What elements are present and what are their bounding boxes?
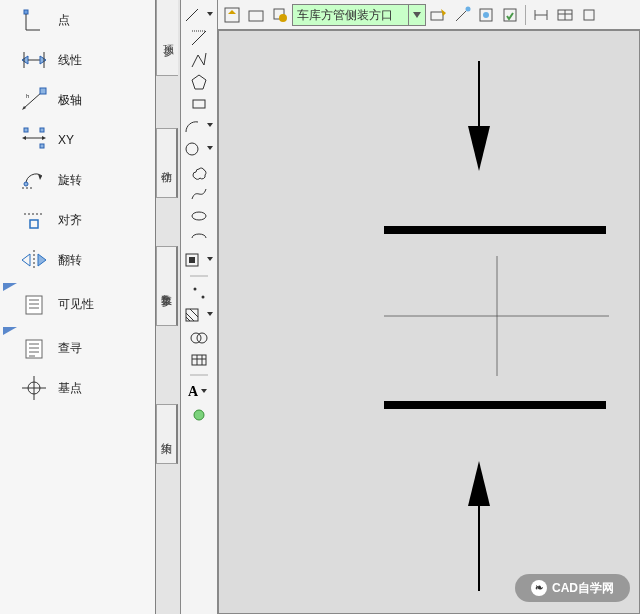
svg-point-79 <box>466 6 471 11</box>
visibility-icon <box>20 290 48 318</box>
param-item-polar[interactable]: h 极轴 <box>0 80 155 120</box>
chevron-down-icon <box>408 5 425 25</box>
param-item-align[interactable]: 对齐 <box>0 200 155 240</box>
tb-edit-block[interactable] <box>269 4 291 26</box>
svg-rect-95 <box>384 401 606 409</box>
tab-parameters[interactable]: 顶参 <box>156 0 178 76</box>
svg-marker-17 <box>42 136 46 140</box>
tool-hatch-dropdown[interactable] <box>183 306 215 324</box>
svg-rect-72 <box>249 11 263 21</box>
tool-polygon[interactable] <box>190 73 208 91</box>
tool-rectangle[interactable] <box>190 95 208 113</box>
lookup-icon <box>20 334 48 362</box>
svg-line-58 <box>186 317 190 321</box>
svg-line-42 <box>192 31 206 45</box>
svg-rect-32 <box>26 340 42 358</box>
tool-ellipse-arc[interactable] <box>190 229 208 247</box>
param-item-point[interactable]: 点 <box>0 0 155 40</box>
tool-add[interactable] <box>190 406 208 424</box>
tool-line-dropdown[interactable] <box>183 6 215 24</box>
tool-point[interactable] <box>190 284 208 302</box>
tool-ellipse[interactable] <box>190 207 208 225</box>
param-label: 点 <box>58 12 70 29</box>
svg-marker-52 <box>207 257 213 261</box>
svg-rect-27 <box>26 296 42 314</box>
tool-revcloud[interactable] <box>190 163 208 181</box>
wechat-icon: ❧ <box>531 580 547 596</box>
tab-constraints[interactable]: 束约 <box>156 404 178 464</box>
svg-marker-25 <box>38 254 46 266</box>
tb-parameter[interactable] <box>427 4 449 26</box>
tool-table[interactable] <box>190 351 208 369</box>
param-item-visibility[interactable]: 可见性 <box>0 284 155 324</box>
separator <box>190 373 208 377</box>
svg-line-57 <box>186 313 194 321</box>
svg-marker-44 <box>192 75 206 89</box>
svg-marker-26 <box>3 283 17 291</box>
draw-tool-column: A <box>180 0 218 614</box>
tool-polyline[interactable] <box>190 51 208 69</box>
tb-save-block[interactable] <box>221 4 243 26</box>
tool-text-dropdown[interactable]: A <box>183 383 215 401</box>
svg-point-20 <box>24 182 28 186</box>
xy-icon <box>20 126 48 154</box>
svg-rect-51 <box>189 257 195 263</box>
svg-rect-45 <box>193 100 205 108</box>
svg-marker-71 <box>228 10 236 14</box>
svg-rect-13 <box>40 128 44 132</box>
toolbar-separator <box>525 5 526 25</box>
linear-icon <box>20 46 48 74</box>
param-item-rotate[interactable]: 旋转 <box>0 160 155 200</box>
svg-rect-63 <box>192 355 206 365</box>
svg-point-54 <box>194 288 197 291</box>
tb-test-block[interactable] <box>499 4 521 26</box>
param-label: 对齐 <box>58 212 82 229</box>
flip-icon <box>20 246 48 274</box>
parameter-sidebar: 点 线性 h 极轴 <box>0 0 156 614</box>
tool-block-dropdown[interactable] <box>183 251 215 269</box>
param-label: XY <box>58 133 74 147</box>
watermark-text: CAD自学网 <box>552 580 614 597</box>
block-name-combo[interactable]: 车库方管侧装方口 <box>292 4 426 26</box>
tool-spline[interactable] <box>190 185 208 203</box>
tool-construction-line[interactable] <box>190 29 208 47</box>
tb-linear-param[interactable] <box>530 4 552 26</box>
svg-line-40 <box>186 9 198 21</box>
param-item-lookup[interactable]: 查寻 <box>0 328 155 368</box>
tool-arc-dropdown[interactable] <box>183 117 215 135</box>
submenu-indicator <box>3 280 17 288</box>
separator <box>190 274 208 278</box>
svg-point-47 <box>186 143 198 155</box>
tb-new-block[interactable] <box>245 4 267 26</box>
tool-circle-dropdown[interactable] <box>183 140 215 158</box>
tool-region[interactable] <box>190 329 208 347</box>
svg-marker-31 <box>3 327 17 335</box>
tb-visibility-param[interactable] <box>578 4 600 26</box>
tab-actions[interactable]: 作动 <box>156 128 178 198</box>
param-item-basepoint[interactable]: 基点 <box>0 368 155 408</box>
svg-rect-22 <box>30 220 38 228</box>
param-label: 线性 <box>58 52 82 69</box>
svg-rect-89 <box>584 10 594 20</box>
combo-text: 车库方管侧装方口 <box>297 8 393 22</box>
svg-rect-12 <box>24 128 28 132</box>
tab-param-sets[interactable]: 数参集 <box>156 246 178 326</box>
svg-rect-76 <box>431 12 443 20</box>
svg-marker-91 <box>468 126 490 171</box>
svg-rect-92 <box>384 226 606 234</box>
svg-rect-0 <box>24 10 28 14</box>
svg-rect-14 <box>40 144 44 148</box>
tb-attribute[interactable] <box>475 4 497 26</box>
block-editor-toolbar: 车库方管侧装方口 <box>218 0 640 30</box>
tb-table-param[interactable] <box>554 4 576 26</box>
param-item-linear[interactable]: 线性 <box>0 40 155 80</box>
drawing-content <box>219 31 639 613</box>
param-label: 基点 <box>58 380 82 397</box>
svg-marker-46 <box>207 123 213 127</box>
svg-marker-24 <box>22 254 30 266</box>
tb-authoring[interactable] <box>451 4 473 26</box>
param-item-xy[interactable]: XY <box>0 120 155 160</box>
param-item-flip[interactable]: 翻转 <box>0 240 155 280</box>
svg-marker-41 <box>207 12 213 16</box>
block-editor-canvas[interactable] <box>218 30 640 614</box>
